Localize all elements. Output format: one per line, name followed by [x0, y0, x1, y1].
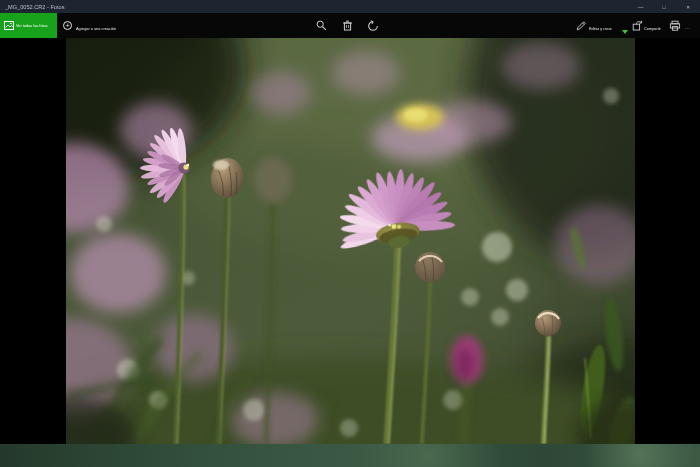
printer-icon: [669, 20, 681, 32]
trash-icon: [342, 20, 353, 31]
edit-and-create-button[interactable]: Editar y crear: [574, 13, 629, 38]
photo-daisies[interactable]: [66, 38, 635, 444]
title-bar[interactable]: _MG_0052.CR2 - Fotos — □ ×: [0, 0, 700, 13]
zoom-button[interactable]: [315, 19, 328, 32]
magnifier-icon: [316, 20, 327, 31]
add-to-creation-button[interactable]: + Agregar a una creación: [60, 13, 152, 38]
ellipsis-icon: ···: [685, 26, 690, 31]
share-label: Compartir: [644, 27, 661, 31]
edit-pencil-icon: [576, 20, 587, 31]
add-creation-icon: +: [63, 21, 72, 30]
rotate-icon: [367, 20, 379, 32]
print-button[interactable]: [668, 19, 681, 32]
daisies-image: [66, 38, 635, 444]
window-title: _MG_0052.CR2 - Fotos: [5, 4, 64, 10]
chevron-down-icon: [622, 30, 628, 34]
command-bar: Ver todas las fotos + Agregar a una crea…: [0, 13, 700, 38]
add-to-creation-label: Agregar a una creación: [76, 27, 116, 31]
photo-collection-icon: [4, 21, 14, 30]
view-all-photos-label: Ver todas las fotos: [16, 24, 48, 28]
close-button[interactable]: ×: [676, 0, 700, 13]
share-button[interactable]: Compartir: [631, 13, 668, 38]
taskbar: Escribe aquí para buscar 13:23 29/04/201…: [0, 444, 700, 467]
delete-button[interactable]: [341, 19, 354, 32]
rotate-button[interactable]: [366, 19, 379, 32]
see-more-button[interactable]: ···: [683, 13, 700, 38]
photo-stage: [0, 38, 700, 444]
window-controls: — □ ×: [628, 0, 700, 13]
view-all-photos-button[interactable]: Ver todas las fotos: [0, 13, 57, 38]
share-icon: [632, 20, 643, 31]
minimize-button[interactable]: —: [628, 0, 652, 13]
edit-and-create-label: Editar y crear: [589, 27, 612, 31]
maximize-button[interactable]: □: [652, 0, 676, 13]
